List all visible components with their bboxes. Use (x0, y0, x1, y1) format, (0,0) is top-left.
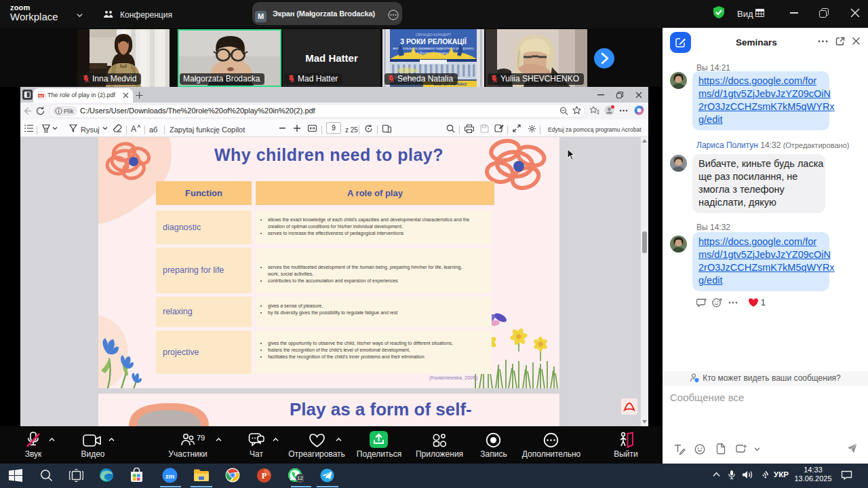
svg-text:P: P (262, 471, 267, 481)
svg-text:12: 12 (297, 475, 302, 481)
svg-text:zm: zm (165, 472, 174, 480)
svg-text:PDF: PDF (39, 95, 44, 98)
svg-text:СВІЧАДО-КОНЦЕРТ: СВІЧАДО-КОНЦЕРТ (416, 33, 452, 37)
svg-text:3 РОКИ РЕЛОКАЦІЇ: 3 РОКИ РЕЛОКАЦІЇ (400, 37, 467, 45)
